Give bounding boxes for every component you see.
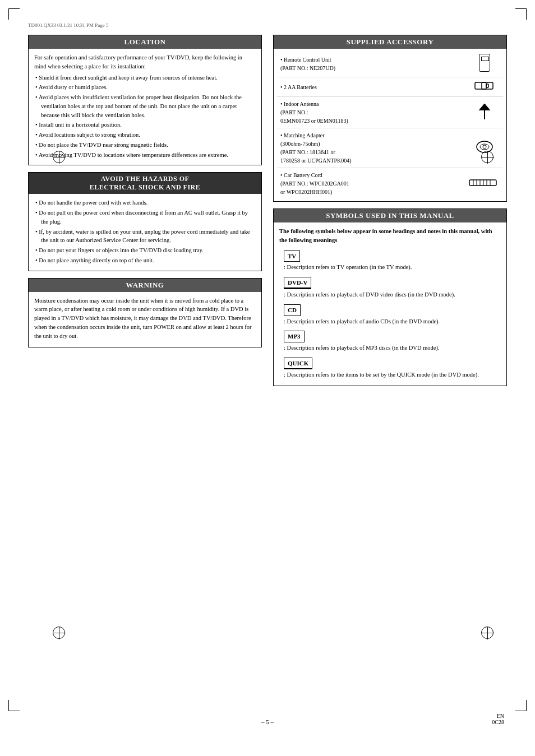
hazards-content: Do not handle the power cord with wet ha… <box>29 194 261 270</box>
list-item: Avoid moving TV/DVD to locations where t… <box>34 151 256 160</box>
accessory-icon-cell <box>465 51 503 77</box>
remote-icon <box>479 54 490 72</box>
accessory-text: • Car Battery Cord(PART NO.: WPC0202GA00… <box>277 168 465 200</box>
symbol-item-mp3: MP3 : Description refers to playback of … <box>279 327 501 354</box>
list-item: Install unit in a horizontal position. <box>34 120 256 129</box>
location-section: LOCATION For safe operation and satisfac… <box>28 35 262 165</box>
mp3-tag: MP3 <box>284 331 305 342</box>
list-item: If, by accident, water is spilled on you… <box>34 228 256 245</box>
location-intro: For safe operation and satisfactory perf… <box>34 53 256 71</box>
cd-description: : Description refers to playback of audi… <box>284 318 440 324</box>
list-item: Avoid locations subject to strong vibrat… <box>34 131 256 140</box>
list-item: Do not handle the power cord with wet ha… <box>34 198 256 207</box>
cd-tag: CD <box>284 304 301 316</box>
left-column: LOCATION For safe operation and satisfac… <box>28 35 262 393</box>
symbols-title: SYMBOLS USED IN THIS MANUAL <box>274 209 506 222</box>
page: TD001.QX33 03.1.31 10:31 PM Page 5 LOCAT… <box>0 0 535 756</box>
item-label: • Car Battery Cord(PART NO.: WPC0202GA00… <box>280 172 349 195</box>
item-label: • Matching Adapter(300ohm-75ohm)(PART NO… <box>280 132 352 164</box>
symbols-intro: The following symbols below appear in so… <box>279 227 501 245</box>
quick-description: : Description refers to the items to be … <box>284 372 479 378</box>
corner-mark-tl <box>8 8 20 20</box>
svg-point-6 <box>483 145 486 149</box>
accessory-icon-cell <box>465 97 503 128</box>
header-bar: TD001.QX33 03.1.31 10:31 PM Page 5 <box>28 22 507 28</box>
warning-content: Moisture condensation may occur inside t… <box>29 292 261 347</box>
tv-tag: TV <box>284 251 300 262</box>
tv-description: : Description refers to TV operation (in… <box>284 264 412 270</box>
table-row: • Car Battery Cord(PART NO.: WPC0202GA00… <box>277 168 503 200</box>
location-content: For safe operation and satisfactory perf… <box>29 49 261 165</box>
item-label: • 2 AA Batteries <box>280 84 317 90</box>
accessory-icon-cell <box>465 168 503 200</box>
quick-tag: QUICK <box>284 358 312 370</box>
accessory-icon-cell <box>465 77 503 97</box>
supplied-accessory-title: SUPPLIED ACCESSORY <box>274 35 506 49</box>
right-column: SUPPLIED ACCESSORY • Remote Control Unit… <box>273 35 507 393</box>
supplied-accessory-section: SUPPLIED ACCESSORY • Remote Control Unit… <box>273 35 507 202</box>
accessory-text: • Indoor Antenna(PART NO.:0EMN00723 or 0… <box>277 97 465 128</box>
hazards-title-line1: AVOID THE HAZARDS OF <box>101 175 190 183</box>
symbol-item-dvdv: DVD-V : Description refers to playback o… <box>279 273 501 301</box>
mp3-description: : Description refers to playback of MP3 … <box>284 345 440 351</box>
location-list: Shield it from direct sunlight and keep … <box>34 73 256 160</box>
accessory-table: • Remote Control Unit(PART NO.: NE207UD)… <box>277 51 503 199</box>
accessory-text: • Matching Adapter(300ohm-75ohm)(PART NO… <box>277 128 465 168</box>
svg-rect-1 <box>486 84 488 87</box>
hazards-title-line2: ELECTRICAL SHOCK AND FIRE <box>90 183 201 191</box>
symbol-item-tv: TV : Description refers to TV operation … <box>279 247 501 273</box>
dvdv-tag: DVD-V <box>284 277 311 290</box>
footer-right: EN 0C28 <box>492 713 504 725</box>
symbols-intro-text: The following symbols below appear in so… <box>279 228 492 243</box>
warning-title: WARNING <box>29 279 261 292</box>
item-label: • Indoor Antenna(PART NO.:0EMN00723 or 0… <box>280 101 348 124</box>
table-row: • Matching Adapter(300ohm-75ohm)(PART NO… <box>277 128 503 168</box>
table-row: • 2 AA Batteries <box>277 77 503 97</box>
accessory-text: • Remote Control Unit(PART NO.: NE207UD) <box>277 51 465 77</box>
list-item: Do not put your fingers or objects into … <box>34 246 256 255</box>
list-item: Shield it from direct sunlight and keep … <box>34 73 256 82</box>
warning-text: Moisture condensation may occur inside t… <box>34 296 256 341</box>
location-title: LOCATION <box>29 35 261 49</box>
list-item: Do not place the TV/DVD near strong magn… <box>34 141 256 150</box>
list-item: Do not pull on the power cord when disco… <box>34 208 256 226</box>
page-number: – 5 – <box>261 718 274 725</box>
file-info: TD001.QX33 03.1.31 10:31 PM Page 5 <box>28 22 109 28</box>
svg-rect-2 <box>482 82 493 89</box>
svg-rect-0 <box>475 82 486 89</box>
symbol-item-quick: QUICK : Description refers to the items … <box>279 354 501 381</box>
batteries-icon <box>474 80 495 91</box>
hazards-list: Do not handle the power cord with wet ha… <box>34 198 256 265</box>
doc-code: 0C28 <box>492 719 504 725</box>
item-label: • Remote Control Unit(PART NO.: NE207UD) <box>280 57 335 71</box>
footer: – 5 – <box>0 718 535 725</box>
corner-mark-tr <box>515 8 527 20</box>
corner-mark-br <box>515 700 527 711</box>
antenna-icon <box>476 103 494 120</box>
list-item: Do not place anything directly on top of… <box>34 256 256 265</box>
accessory-content: • Remote Control Unit(PART NO.: NE207UD)… <box>274 49 506 201</box>
list-item: Avoid dusty or humid places. <box>34 83 256 92</box>
hazards-title: AVOID THE HAZARDS OF ELECTRICAL SHOCK AN… <box>29 173 261 194</box>
symbols-section: SYMBOLS USED IN THIS MANUAL The followin… <box>273 208 507 386</box>
list-item: Avoid places with insufficient ventilati… <box>34 93 256 119</box>
symbols-content: The following symbols below appear in so… <box>274 222 506 386</box>
car-cord-icon <box>469 178 500 188</box>
symbol-item-cd: CD : Description refers to playback of a… <box>279 301 501 327</box>
warning-section: WARNING Moisture condensation may occur … <box>28 278 262 348</box>
accessory-text: • 2 AA Batteries <box>277 77 465 97</box>
table-row: • Remote Control Unit(PART NO.: NE207UD) <box>277 51 503 77</box>
hazards-section: AVOID THE HAZARDS OF ELECTRICAL SHOCK AN… <box>28 172 262 271</box>
main-content: LOCATION For safe operation and satisfac… <box>28 35 507 393</box>
lang-code: EN <box>497 713 504 719</box>
corner-mark-bl <box>8 700 20 711</box>
dvdv-description: : Description refers to playback of DVD … <box>284 291 455 298</box>
table-row: • Indoor Antenna(PART NO.:0EMN00723 or 0… <box>277 97 503 128</box>
